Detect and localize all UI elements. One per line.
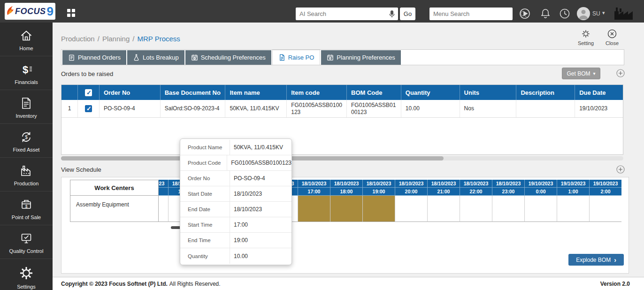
sidebar-item-financials[interactable]: $ Financials [0, 56, 53, 90]
ai-search-input[interactable] [296, 10, 386, 17]
popup-field-label: Start Date [180, 186, 230, 201]
row-checkbox[interactable] [85, 105, 92, 112]
popup-field-value: 17:00 [230, 221, 248, 228]
popup-field-value: PO-SO-09-4 [230, 175, 265, 182]
timeline-time-cell: 19:00 [363, 188, 395, 196]
tab-raise-po[interactable]: Raise PO [272, 50, 321, 65]
chevron-right-icon: › [614, 257, 616, 263]
timeline-time-cell: 1:00 [557, 188, 590, 196]
tab-label: Scheduling Preferences [201, 54, 266, 61]
copyright-text: Copyright © 2023 Focus Softnet (P) Ltd. [61, 281, 168, 287]
work-center-name: Assembly Equipment [70, 196, 159, 222]
schedule-cell[interactable] [159, 196, 169, 222]
orders-section-title: Orders to be raised [61, 70, 113, 77]
gantt-bar-segment[interactable] [363, 196, 395, 222]
schedule-cell[interactable] [395, 196, 428, 222]
schedule-cell[interactable] [590, 196, 621, 222]
timeline-time-cell: 18:00 [330, 188, 363, 196]
tab-planning-preferences[interactable]: Planning Preferences [321, 50, 400, 65]
tab-label: Raise PO [288, 54, 314, 61]
work-centers-column: Work Centers Assembly Equipment [70, 180, 159, 222]
work-centers-header: Work Centers [70, 180, 159, 196]
history-icon[interactable] [559, 8, 570, 19]
schedule-cell[interactable] [428, 196, 460, 222]
menu-search-input[interactable] [429, 10, 520, 17]
flame-icon [7, 6, 14, 17]
svg-text:$: $ [25, 204, 28, 209]
chevron-down-icon[interactable]: ▾ [602, 10, 605, 16]
timeline-time-cell: 23:00 [492, 188, 525, 196]
sidebar-item-home[interactable]: Home [0, 23, 53, 56]
cell-description [516, 100, 575, 117]
timeline-time-cell: 2:00 [590, 188, 621, 196]
column-header: Base Document No [161, 85, 226, 100]
user-initials[interactable]: SU [592, 10, 600, 17]
gantt-bar-segment[interactable] [330, 196, 363, 222]
sidebar-item-point-of-sale[interactable]: $ Point of Sale [0, 191, 53, 225]
play-icon[interactable] [519, 8, 530, 19]
get-bom-button[interactable]: Get BOM ▾ [562, 68, 600, 79]
row-number: 1 [61, 100, 78, 117]
schedule-cell[interactable] [460, 196, 492, 222]
popup-row: End Date18/10/2023 [180, 202, 291, 217]
notifications-bell-icon[interactable] [540, 8, 551, 19]
microphone-icon[interactable] [386, 8, 398, 20]
setting-button[interactable]: Setting [575, 29, 597, 46]
add-order-icon[interactable] [616, 69, 625, 77]
tab-lots-breakup[interactable]: Lots Breakup [127, 50, 184, 65]
popup-row: Product CodeFG01005ASSB0100123 [180, 155, 291, 171]
svg-text:$: $ [23, 64, 28, 76]
schedule-cell[interactable] [492, 196, 525, 222]
table-row[interactable]: 1 PO-SO-09-4 SalOrd:SO-09-2023-4 50KVA, … [61, 100, 623, 118]
fixed-asset-icon: $ [19, 130, 33, 144]
sidebar-item-inventory[interactable]: Inventory [0, 90, 53, 124]
breadcrumb-current: MRP Process [137, 35, 180, 43]
orders-table: Order No Base Document No Item name Item… [61, 84, 623, 155]
popup-row: Start Time17:00 [180, 217, 291, 233]
gantt-bar-segment[interactable] [298, 196, 330, 222]
quality-control-icon [19, 231, 33, 245]
focus9-logo[interactable]: FOCUS 9 [5, 3, 55, 20]
sidebar-item-production[interactable]: Production [0, 158, 53, 191]
sidebar-item-label: Quality Control [9, 248, 44, 254]
sidebar-item-settings[interactable]: Settings [0, 259, 53, 290]
sidebar-item-label: Fixed Asset [13, 147, 40, 153]
breadcrumb-part[interactable]: Production [61, 35, 95, 43]
popup-field-label: Start Time [180, 217, 230, 232]
apps-grid-icon[interactable] [67, 9, 75, 17]
close-button[interactable]: Close [601, 29, 623, 46]
schedule-cell[interactable] [557, 196, 590, 222]
sidebar-item-label: Home [19, 46, 33, 51]
close-icon [607, 29, 617, 38]
popup-field-label: Quantity [180, 248, 230, 264]
tab-label: Planning Preferences [337, 54, 395, 61]
go-button[interactable]: Go [400, 8, 415, 20]
column-header: Description [516, 85, 575, 100]
select-all-checkbox[interactable] [85, 89, 92, 96]
brand-name: FOCUS [15, 7, 46, 16]
sidebar-item-quality-control[interactable]: Quality Control [0, 225, 53, 259]
popup-field-label: End Time [180, 233, 230, 248]
column-header: Quantity [401, 85, 460, 100]
explode-bom-button[interactable]: Explode BOM › [568, 254, 624, 266]
popup-field-value: 18/10/2023 [230, 206, 262, 213]
cell-order-no: PO-SO-09-4 [100, 100, 161, 117]
popup-row: Start Date18/10/2023 [180, 186, 291, 202]
timeline-date-cell: 19/10/2023 [525, 180, 557, 188]
schedule-cell[interactable] [525, 196, 557, 222]
breadcrumb-part[interactable]: Planning [102, 35, 130, 43]
user-avatar[interactable] [577, 7, 590, 20]
column-header: Due Date [575, 85, 623, 100]
schedule-popup: Product Name50KVA, 11/0.415KVProduct Cod… [180, 138, 292, 265]
add-schedule-icon[interactable] [616, 165, 625, 174]
tabbar: Planned Orders Lots Breakup Scheduling P… [61, 49, 624, 65]
timeline-date-cell: 18/10/2023 [330, 180, 363, 188]
orders-table-header: Order No Base Document No Item name Item… [61, 85, 623, 100]
tab-scheduling-preferences[interactable]: Scheduling Preferences [185, 50, 271, 65]
popup-row: Product Name50KVA, 11/0.415KV [180, 140, 291, 155]
tab-planned-orders[interactable]: Planned Orders [62, 50, 126, 65]
sidebar-item-fixed-asset[interactable]: $ Fixed Asset [0, 124, 53, 158]
timeline-time-cell: 17:00 [298, 188, 330, 196]
timeline-date-cell: 18/10/2023 [159, 180, 169, 188]
timeline-time-cell: 22:00 [460, 188, 492, 196]
